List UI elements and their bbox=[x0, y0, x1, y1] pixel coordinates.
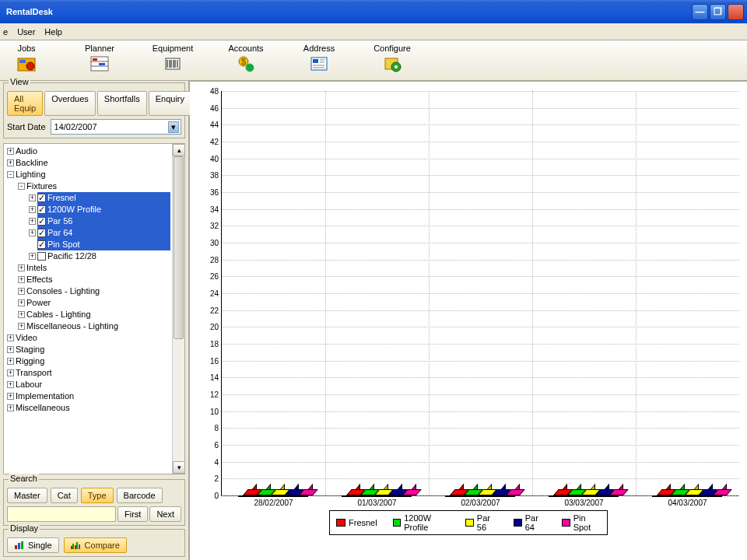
svg-point-2 bbox=[26, 62, 34, 70]
toolbar-configure[interactable]: Configure bbox=[370, 44, 414, 73]
menu-bar: e User Help bbox=[0, 23, 747, 40]
svg-point-26 bbox=[395, 65, 398, 68]
view-label: View bbox=[9, 77, 30, 81]
toolbar: Jobs Planner Equipment Accounts $ Addres… bbox=[0, 40, 747, 81]
svg-point-17 bbox=[246, 64, 254, 72]
planner-icon bbox=[89, 54, 110, 73]
toolbar-accounts[interactable]: Accounts $ bbox=[224, 44, 268, 73]
close-button[interactable] bbox=[728, 4, 744, 20]
toolbar-planner[interactable]: Planner bbox=[78, 44, 121, 73]
menu-item[interactable]: User bbox=[17, 27, 35, 37]
equipment-icon bbox=[162, 54, 184, 73]
svg-text:$: $ bbox=[241, 57, 246, 66]
configure-icon bbox=[381, 54, 403, 73]
svg-rect-19 bbox=[313, 59, 318, 63]
svg-rect-1 bbox=[19, 60, 26, 63]
menu-item[interactable]: Help bbox=[44, 27, 62, 37]
svg-rect-6 bbox=[93, 58, 97, 61]
maximize-button[interactable]: ❐ bbox=[710, 4, 726, 20]
toolbar-equipment[interactable]: Equipment bbox=[151, 44, 195, 73]
svg-rect-7 bbox=[99, 63, 105, 65]
title-bar: RentalDesk — ❐ bbox=[0, 0, 747, 23]
window-title: RentalDesk bbox=[6, 7, 53, 16]
address-icon bbox=[308, 54, 330, 73]
minimize-button[interactable]: — bbox=[692, 4, 708, 20]
accounts-icon: $ bbox=[235, 54, 257, 73]
menu-item[interactable]: e bbox=[3, 27, 8, 37]
toolbar-address[interactable]: Address bbox=[297, 44, 341, 73]
jobs-icon bbox=[16, 54, 37, 73]
toolbar-jobs[interactable]: Jobs bbox=[5, 44, 48, 73]
